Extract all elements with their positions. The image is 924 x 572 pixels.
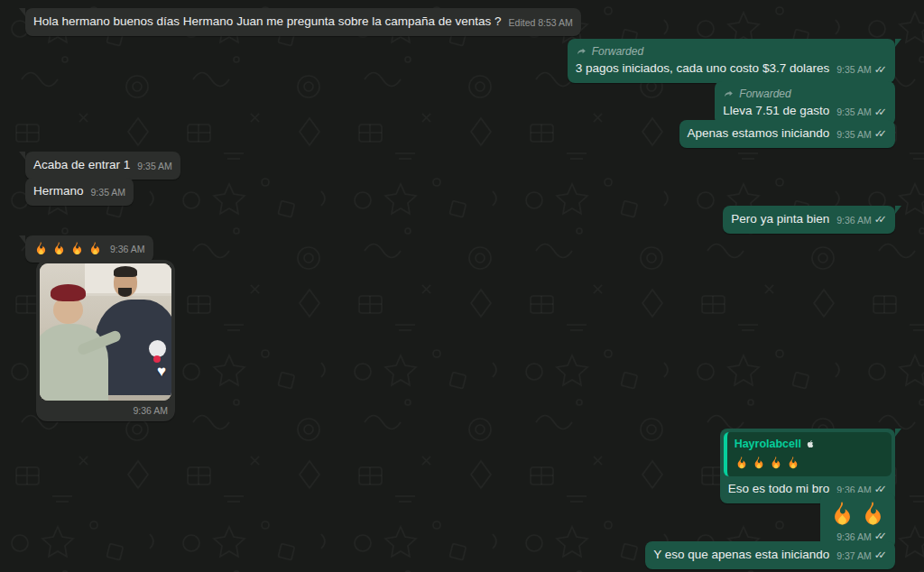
forwarded-label-row: Forwarded — [576, 44, 887, 59]
quoted-author-name: Hayrolabcell — [735, 437, 801, 452]
message-bubble-incoming[interactable]: Hola hermano buenos días Hermano Juan me… — [25, 8, 581, 36]
message-time: 9:36 AM — [836, 214, 872, 226]
forwarded-label-row: Forwarded — [723, 87, 887, 101]
fire-emoji-row — [828, 500, 887, 528]
message-meta: 9:35 AM ✓✓ — [836, 63, 887, 77]
message-meta: 9:37 AM ✓✓ — [836, 549, 887, 563]
forwarded-label: Forwarded — [739, 87, 790, 101]
message-meta: 9:36 AM ✓✓ — [836, 214, 887, 227]
fire-icon — [786, 456, 800, 470]
heart-icon: ♥ — [157, 364, 166, 379]
quoted-fire-emoji-row — [735, 456, 882, 470]
double-check-icon: ✓✓ — [874, 107, 887, 118]
message-bubble-video[interactable]: ♥ 9:36 AM — [36, 260, 175, 421]
message-text: Hola hermano buenos días Hermano Juan me… — [33, 14, 502, 30]
message-time: 9:35 AM — [137, 160, 172, 173]
message-text: 3 pagos iniciados, cada uno costo $3.7 d… — [576, 60, 829, 77]
message-edited-time: Edited 8:53 AM — [509, 16, 573, 30]
chat-message-area: Hola hermano buenos días Hermano Juan me… — [0, 0, 924, 572]
apple-icon — [805, 438, 816, 449]
quoted-author-row: Hayrolabcell — [735, 437, 882, 452]
message-text: Acaba de entrar 1 — [33, 157, 130, 173]
double-check-icon: ✓✓ — [874, 215, 887, 226]
message-time: 9:36 AM — [133, 404, 168, 418]
message-time: 9:35 AM — [91, 186, 126, 199]
fire-icon — [859, 500, 887, 528]
message-text: Pero ya pinta bien — [731, 211, 829, 227]
message-meta: 9:35 AM ✓✓ — [836, 106, 887, 119]
message-time: 9:37 AM — [836, 549, 872, 562]
fire-icon — [752, 456, 766, 470]
video-thumbnail[interactable]: ♥ — [40, 263, 171, 401]
message-bubble-incoming-emoji[interactable]: 9:36 AM — [25, 235, 153, 263]
quoted-message[interactable]: Hayrolabcell — [724, 432, 892, 476]
thumbnail-child — [40, 324, 108, 401]
fire-icon — [33, 241, 49, 256]
message-meta: 9:35 AM ✓✓ — [836, 128, 887, 142]
fire-icon — [51, 241, 67, 256]
message-time: 9:35 AM — [836, 128, 872, 141]
double-check-icon: ✓✓ — [874, 129, 887, 140]
fire-icon — [735, 456, 749, 470]
forward-arrow-icon — [723, 88, 735, 100]
message-time: 9:36 AM — [110, 243, 145, 256]
message-text: Lleva 7.51 de gasto — [723, 103, 829, 119]
message-time: 9:35 AM — [836, 106, 872, 118]
message-text: Apenas estamos iniciando — [688, 125, 830, 142]
message-bubble-outgoing[interactable]: Forwarded Lleva 7.51 de gasto 9:35 AM ✓✓ — [715, 81, 895, 125]
forwarded-label: Forwarded — [592, 44, 643, 59]
message-text: Hermano — [33, 183, 84, 199]
message-bubble-outgoing[interactable]: Y eso que apenas esta iniciando 9:37 AM … — [645, 541, 895, 569]
message-text: Y eso que apenas esta iniciando — [653, 547, 829, 563]
double-check-icon: ✓✓ — [874, 65, 887, 76]
message-bubble-incoming[interactable]: Hermano 9:35 AM — [25, 178, 134, 206]
message-bubble-outgoing[interactable]: Forwarded 3 pagos iniciados, cada uno co… — [568, 39, 895, 83]
message-bubble-outgoing[interactable]: Pero ya pinta bien 9:36 AM ✓✓ — [723, 206, 895, 234]
double-check-icon: ✓✓ — [874, 550, 887, 561]
message-text: Eso es todo mi bro — [728, 481, 830, 497]
fire-icon — [828, 500, 856, 528]
fire-icon — [769, 456, 783, 470]
fire-icon — [69, 241, 85, 256]
fire-emoji-row — [33, 241, 103, 256]
message-bubble-outgoing[interactable]: Apenas estamos iniciando 9:35 AM ✓✓ — [679, 120, 895, 148]
forward-arrow-icon — [576, 46, 587, 58]
message-time: 9:35 AM — [836, 63, 872, 76]
message-bubble-incoming[interactable]: Acaba de entrar 1 9:35 AM — [25, 152, 180, 180]
fire-icon — [88, 241, 103, 256]
